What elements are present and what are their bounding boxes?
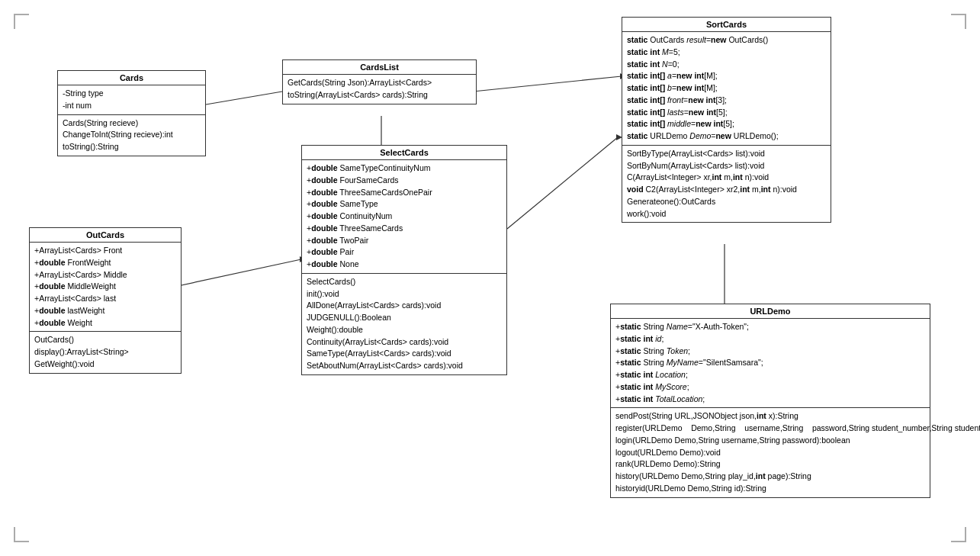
corner-mark-br [951,527,966,542]
selectcards-attributes: +double SameTypeContinuityNum +double Fo… [302,160,506,274]
svg-line-7 [473,76,622,92]
cardslist-box: CardsList GetCards(String Json):ArrayLis… [282,59,477,104]
outcards-title: OutCards [30,228,181,243]
svg-line-5 [507,137,618,229]
corner-mark-tr [951,14,966,29]
cards-attributes: -String type -int num [58,85,205,115]
selectcards-title: SelectCards [302,146,506,160]
cardslist-title: CardsList [283,60,476,75]
diagram-container: Cards -String type -int num Cards(String… [0,0,980,556]
urldemo-title: URLDemo [611,304,930,319]
sortcards-methods: SortByType(ArrayList<Cards> list):void S… [622,146,831,223]
cards-title: Cards [58,71,205,85]
corner-mark-tl [14,14,29,29]
urldemo-methods: sendPost(String URL,JSONObject json,int … [611,408,930,497]
selectcards-methods: SelectCards() init():void AllDone(ArrayL… [302,274,506,374]
sortcards-box: SortCards static OutCards result=new Out… [622,17,831,223]
outcards-methods: OutCards() display():ArrayList<String> G… [30,332,181,372]
urldemo-attributes: +static String Name="X-Auth-Token"; +sta… [611,319,930,408]
cards-methods: Cards(String recieve) ChangeToInt(String… [58,115,205,156]
corner-mark-bl [14,527,29,542]
sortcards-attributes: static OutCards result=new OutCards() st… [622,32,831,146]
outcards-box: OutCards +ArrayList<Cards> Front +double… [29,227,182,374]
selectcards-box: SelectCards +double SameTypeContinuityNu… [301,145,507,375]
svg-line-0 [206,92,282,104]
outcards-attributes: +ArrayList<Cards> Front +double FrontWei… [30,243,181,332]
cardslist-methods: GetCards(String Json):ArrayList<Cards> t… [283,75,476,104]
urldemo-box: URLDemo +static String Name="X-Auth-Toke… [610,304,930,498]
cards-box: Cards -String type -int num Cards(String… [57,70,206,156]
sortcards-title: SortCards [622,18,831,32]
